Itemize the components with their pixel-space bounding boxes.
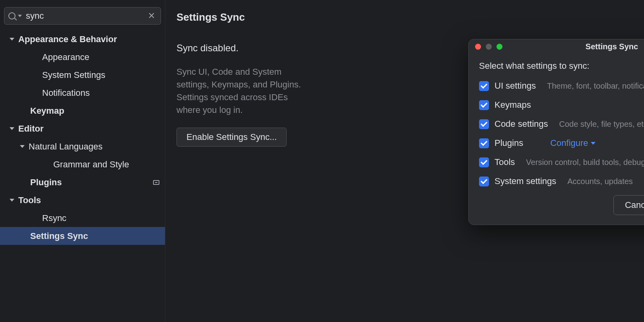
chevron-down-icon [591,142,596,145]
tree-item[interactable]: System Settings [0,66,165,84]
sync-option-row: UI settingsTheme, font, toolbar, notific… [479,81,644,91]
checkbox[interactable] [479,100,489,110]
enable-settings-sync-button[interactable]: Enable Settings Sync... [177,128,287,147]
tree-item-label: Natural Languages [29,142,159,152]
tree-item-label: System Settings [42,70,159,80]
tree-item[interactable]: Settings Sync [0,227,165,245]
sync-option-hint: Accounts, updates [567,177,633,186]
tree-item-label: Editor [18,124,159,134]
tree-item[interactable]: Tools [0,191,165,209]
cancel-button[interactable]: Cancel [613,195,644,215]
checkbox[interactable] [479,81,489,91]
tree-item-label: Rsync [42,213,159,223]
tree-item-label: Appearance [42,52,159,62]
checkbox[interactable] [479,119,489,129]
tree-item[interactable]: Rsync [0,209,165,227]
tree-item[interactable]: Editor [0,120,165,138]
settings-main: Settings Sync Sync disabled. Sync UI, Co… [165,0,644,322]
chevron-down-icon [10,38,14,41]
chevron-down-icon [20,145,25,148]
chevron-down-icon [10,127,14,130]
tree-item-label: Keymap [30,106,159,116]
checkbox[interactable] [479,157,489,167]
tree-item-label: Appearance & Behavior [18,34,159,45]
search-input[interactable] [26,11,146,21]
window-minimize-icon[interactable] [486,44,492,50]
search-field-wrap[interactable]: ✕ [4,7,161,25]
tree-item[interactable]: Notifications [0,84,165,102]
tree-item-label: Notifications [42,88,159,98]
search-icon [8,12,16,19]
sync-options-list: UI settingsTheme, font, toolbar, notific… [479,81,644,186]
dialog-titlebar: Settings Sync [469,39,644,54]
window-maximize-icon[interactable] [497,44,502,50]
chevron-down-icon[interactable] [18,15,22,17]
checkbox[interactable] [479,138,489,148]
tree-item[interactable]: Grammar and Style [0,155,165,173]
checkbox[interactable] [479,177,489,186]
clear-search-icon[interactable]: ✕ [146,11,157,21]
sync-option-hint: Code style, file types, etc. [559,120,644,129]
sync-option-row: ToolsVersion control, build tools, debug… [479,157,644,167]
chevron-down-icon [10,199,14,202]
sync-option-row: System settingsAccounts, updates [479,176,644,186]
tree-item[interactable]: Appearance & Behavior [0,30,165,48]
sync-description: Sync UI, Code and System settings, Keyma… [177,66,308,116]
sync-option-label: System settings [495,176,556,186]
sync-option-hint: Theme, font, toolbar, notifications, etc… [547,81,644,91]
sync-option-row: PluginsConfigure [479,138,644,148]
tree-item[interactable]: Appearance [0,48,165,66]
sync-option-label: UI settings [495,81,536,91]
sync-option-hint: Version control, build tools, debugger, … [526,158,644,167]
sync-option-label: Tools [495,157,515,167]
dialog-heading: Select what settings to sync: [479,61,644,71]
tree-item[interactable]: Natural Languages [0,138,165,155]
tree-item[interactable]: Keymap [0,102,165,120]
sync-option-label: Code settings [495,119,548,129]
window-close-icon[interactable] [475,44,481,50]
settings-tree: Appearance & BehaviorAppearanceSystem Se… [0,30,165,322]
tree-item-label: Settings Sync [30,231,159,241]
settings-sync-dialog: Settings Sync Select what settings to sy… [468,39,644,225]
tree-item-label: Tools [18,195,159,206]
tree-item[interactable]: Plugins [0,173,165,191]
sync-option-label: Keymaps [495,100,531,110]
window-controls [469,44,502,50]
sync-option-row: Keymaps [479,100,644,110]
sync-option-row: Code settingsCode style, file types, etc… [479,119,644,129]
tree-item-label: Plugins [30,177,153,188]
plugins-badge-icon [153,180,159,185]
dialog-body: Select what settings to sync: UI setting… [469,54,644,225]
page-title: Settings Sync [177,11,644,23]
dialog-actions: Cancel Enable Sync [479,195,644,215]
tree-item-label: Grammar and Style [53,159,159,170]
configure-link[interactable]: Configure [550,138,595,148]
sync-option-label: Plugins [495,138,523,148]
settings-sidebar: ✕ Appearance & BehaviorAppearanceSystem … [0,0,165,322]
